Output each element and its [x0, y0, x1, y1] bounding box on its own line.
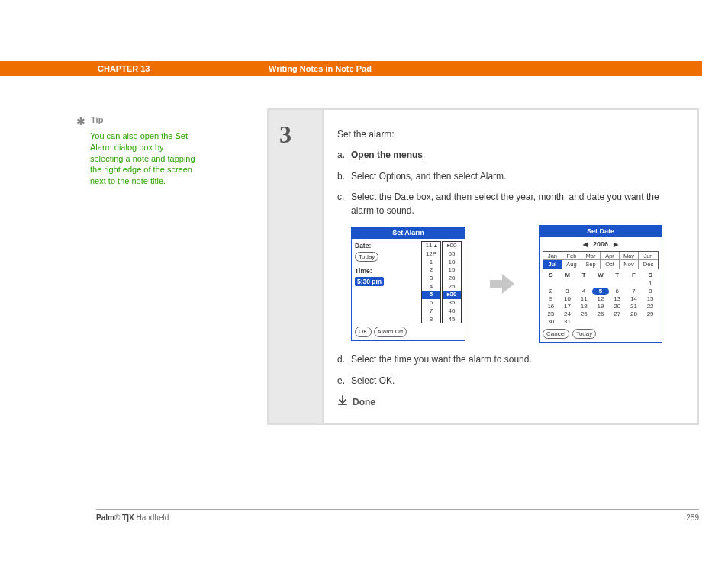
hour-item[interactable]: 6	[422, 299, 440, 307]
prev-year-icon[interactable]: ◀	[583, 241, 588, 248]
substep-label: a.	[337, 149, 351, 162]
hour-item[interactable]: 3	[422, 275, 440, 283]
day-item[interactable]: 18	[575, 303, 592, 310]
day-item[interactable]: 13	[609, 295, 626, 303]
hour-item[interactable]: 4	[422, 283, 440, 291]
day-item[interactable]: 6	[609, 288, 626, 295]
day-item[interactable]: 2	[543, 288, 559, 295]
day-item[interactable]: 1	[642, 280, 659, 288]
day-item[interactable]: 30	[543, 318, 559, 326]
hour-item[interactable]: 7	[422, 307, 440, 316]
substep-c: c. Select the Date box, and then select …	[337, 191, 684, 217]
next-year-icon[interactable]: ▶	[614, 241, 618, 248]
hour-item[interactable]: 11 ▴	[422, 242, 440, 250]
done-arrow-icon	[337, 395, 348, 410]
substep-text: Select the time you want the alarm to so…	[351, 353, 684, 366]
months-grid[interactable]: JanFebMarAprMayJunJulAugSepOctNovDec	[543, 251, 659, 269]
month-item[interactable]: Jul	[543, 260, 562, 269]
cancel-button[interactable]: Cancel	[543, 329, 569, 339]
alarm-off-button[interactable]: Alarm Off	[374, 327, 407, 337]
day-item[interactable]: 10	[559, 295, 576, 303]
day-item[interactable]: 31	[559, 318, 576, 326]
today-button[interactable]: Today	[355, 252, 378, 262]
minute-item[interactable]: 35	[443, 299, 461, 307]
day-item[interactable]: 15	[642, 295, 659, 303]
day-item[interactable]: 5	[592, 288, 609, 295]
day-item	[609, 318, 626, 326]
day-item	[609, 280, 626, 288]
day-item[interactable]: 27	[609, 310, 626, 318]
day-item[interactable]: 7	[626, 288, 643, 295]
month-item[interactable]: Aug	[562, 260, 581, 269]
day-item[interactable]: 29	[642, 310, 659, 318]
dow-item: S	[543, 271, 559, 280]
day-item[interactable]: 26	[592, 310, 609, 318]
month-item[interactable]: Jan	[543, 252, 562, 260]
hour-item[interactable]: 8	[422, 316, 440, 324]
day-item[interactable]: 14	[626, 295, 643, 303]
done-row: Done	[337, 395, 684, 410]
day-item[interactable]: 22	[642, 303, 659, 310]
time-value[interactable]: 5:30 pm	[355, 277, 384, 286]
substep-e: e. Select OK.	[337, 375, 684, 388]
hour-item[interactable]: 12P	[422, 250, 440, 259]
day-item[interactable]: 16	[543, 303, 559, 310]
day-item[interactable]: 12	[592, 295, 609, 303]
open-menus-link[interactable]: Open the menus	[351, 150, 423, 160]
day-item[interactable]: 23	[543, 310, 559, 318]
ok-button[interactable]: OK	[355, 327, 372, 337]
minute-item[interactable]: 10	[443, 259, 461, 267]
month-item[interactable]: Sep	[581, 260, 601, 269]
day-item	[575, 280, 592, 288]
days-grid[interactable]: 1234567891011121314151617181920212223242…	[543, 280, 659, 326]
minute-item[interactable]: 20	[443, 275, 461, 283]
minute-item[interactable]: ▸30	[443, 291, 461, 299]
day-item[interactable]: 8	[642, 288, 659, 295]
month-item[interactable]: May	[620, 252, 639, 260]
substep-a-suffix: .	[423, 150, 425, 160]
day-item[interactable]: 4	[575, 288, 592, 295]
hour-item[interactable]: 5	[422, 291, 440, 299]
minute-item[interactable]: 25	[443, 283, 461, 291]
hour-item[interactable]: 2	[422, 266, 440, 275]
date-label: Date:	[355, 241, 418, 250]
year-selector[interactable]: ◀ 2006 ▶	[543, 240, 659, 249]
day-item[interactable]: 19	[592, 303, 609, 310]
day-item[interactable]: 24	[559, 310, 576, 318]
month-item[interactable]: Nov	[620, 260, 639, 269]
month-item[interactable]: Mar	[581, 252, 601, 260]
day-item[interactable]: 20	[609, 303, 626, 310]
month-item[interactable]: Feb	[562, 252, 581, 260]
month-item[interactable]: Jun	[639, 252, 658, 260]
minute-item[interactable]: 05	[443, 250, 461, 259]
minute-item[interactable]: 40	[443, 307, 461, 316]
substep-label: b.	[337, 170, 351, 183]
day-item[interactable]: 17	[559, 303, 576, 310]
today-button[interactable]: Today	[572, 329, 596, 339]
month-item[interactable]: Dec	[639, 260, 658, 269]
substep-text: Select Options, and then select Alarm.	[351, 170, 684, 183]
day-item[interactable]: 25	[575, 310, 592, 318]
set-date-title: Set Date	[540, 226, 662, 237]
day-item[interactable]: 9	[543, 295, 559, 303]
substep-label: c.	[337, 191, 351, 217]
month-item[interactable]: Apr	[601, 252, 620, 260]
day-item[interactable]: 11	[575, 295, 592, 303]
substep-b: b. Select Options, and then select Alarm…	[337, 170, 684, 183]
substep-d: d. Select the time you want the alarm to…	[337, 353, 684, 366]
substep-label: e.	[337, 375, 351, 388]
dow-row: SMTWTFS	[543, 271, 659, 280]
minute-item[interactable]: ▸00	[443, 242, 461, 250]
footer-page-number: 259	[686, 513, 699, 522]
hour-item[interactable]: 1	[422, 259, 440, 267]
minute-item[interactable]: 15	[443, 266, 461, 275]
hours-list[interactable]: 11 ▴12P12345678910 ▾	[421, 241, 441, 323]
minute-item[interactable]: 45	[443, 316, 461, 324]
day-item[interactable]: 3	[559, 288, 576, 295]
done-label: Done	[353, 396, 375, 409]
day-item[interactable]: 21	[626, 303, 643, 310]
month-item[interactable]: Oct	[601, 260, 620, 269]
minutes-list[interactable]: ▸000510152025▸303540455055	[442, 241, 462, 323]
day-item	[642, 318, 659, 326]
day-item[interactable]: 28	[626, 310, 643, 318]
